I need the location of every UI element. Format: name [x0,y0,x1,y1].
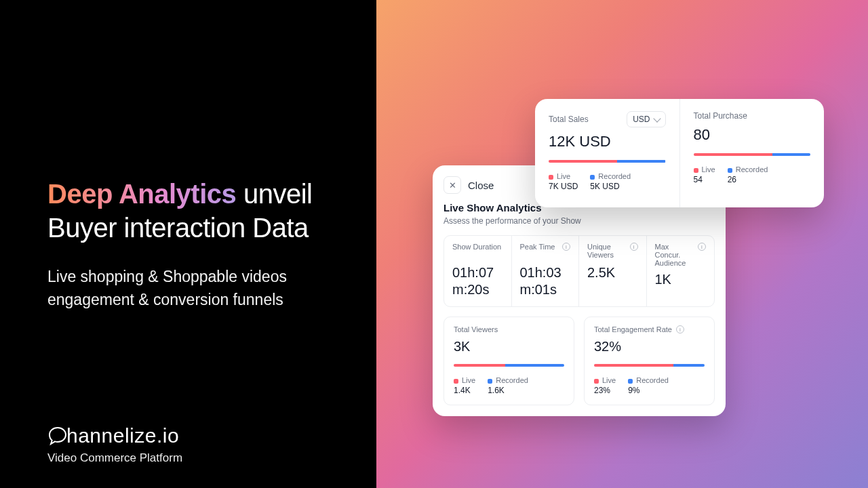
close-icon: ✕ [449,181,456,190]
brand-tagline: Video Commerce Platform [47,451,182,465]
subheadline: Live shopping & Shoppable videos engagem… [47,265,329,312]
card-total-purchase: Total Purchase 80 Live54 Recorded26 [679,99,825,207]
metric-unique-viewers: Unique Viewersi 2.5K [579,236,647,306]
bar-engagement-rate [594,364,705,367]
headline-part2: Buyer interaction Data [47,213,309,243]
info-icon[interactable]: i [630,243,638,251]
marketing-panel: Deep Analytics unveil Buyer interaction … [0,0,376,488]
card-total-sales: Total Sales USD 12K USD Live7K USD Recor… [535,99,679,207]
headline-emphasis: Deep Analytics [47,179,236,209]
headline: Deep Analytics unveil Buyer interaction … [47,177,329,245]
summary-card: Total Sales USD 12K USD Live7K USD Recor… [535,99,824,207]
chat-bubble-c-icon [47,426,68,446]
brand-logo: hannelize.io [47,424,182,447]
close-label: Close [468,180,494,191]
metric-peak-time: Peak Timei 01h:03m:01s [512,236,580,306]
headline-part1: unveil [236,179,312,209]
bar-total-viewers [454,364,564,367]
info-icon[interactable]: i [562,243,570,251]
bar-total-sales [549,160,666,163]
metrics-row: Show Duration 01h:07m:20s Peak Timei 01h… [443,235,715,307]
close-button[interactable]: ✕ [443,176,461,194]
info-icon[interactable]: i [698,243,706,251]
currency-select[interactable]: USD [627,111,665,127]
preview-area: ✕ Close Live Show Analytics Assess the p… [376,0,868,488]
chevron-down-icon [653,115,660,122]
card-total-viewers: Total Viewers 3K Live1.4K Recorded1.6K [443,317,574,405]
metric-max-concurrent: Max Concur. Audiencei 1K [647,236,715,306]
panel-subtitle: Assess the performance of your Show [443,216,715,226]
info-icon[interactable]: i [676,325,684,333]
card-engagement-rate: Total Engagement Rate i 32% Live23% Reco… [584,317,715,405]
metric-show-duration: Show Duration 01h:07m:20s [444,236,512,306]
bar-total-purchase [694,153,811,156]
brand-block: hannelize.io Video Commerce Platform [47,424,182,465]
